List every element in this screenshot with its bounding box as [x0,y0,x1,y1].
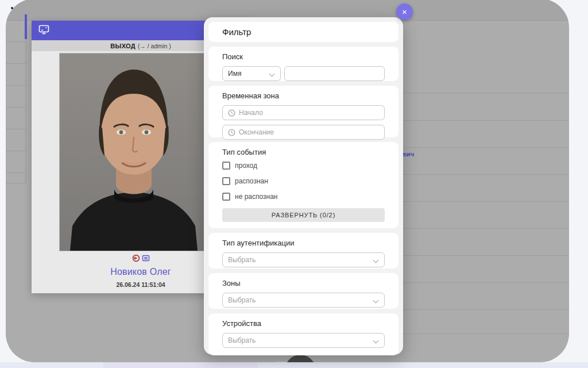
table-row-divider [6,107,26,108]
zones-select[interactable]: Выбрать [222,293,385,308]
person-photo [59,53,208,251]
search-label: Поиск [222,52,385,61]
table-row-divider [394,174,569,175]
table-row-divider [6,63,26,64]
chevron-down-icon [373,258,379,263]
timezone-section: Временная зона Начало [208,86,399,137]
table-person-link-clipped[interactable]: вич [402,151,414,158]
table-row-divider [394,255,569,256]
zones-placeholder: Выбрать [228,296,256,304]
zones-label: Зоны [222,279,385,288]
page: вич ВЫХОД (→ / admin ) [0,0,588,368]
close-button[interactable]: × [396,3,413,20]
table-avatar [285,355,316,362]
page-bottom-strip-accent [103,362,257,368]
table-row-divider [6,129,26,129]
filter-modal: Фильтр Поиск Имя Временная зона [204,17,403,355]
cursor-dot [11,7,13,9]
exit-event-icon[interactable] [132,254,140,262]
time-end-placeholder: Окончание [239,128,274,136]
table-row-divider [6,183,26,183]
checkbox-recognized-label: распознан [235,177,268,185]
devices-placeholder: Выбрать [228,336,256,344]
table-row-divider [394,228,569,229]
checkbox-not-recognized-label: не распознан [235,193,277,201]
checkbox-not-recognized[interactable] [222,193,230,201]
table-row-divider [6,85,26,86]
devices-select[interactable]: Выбрать [222,333,385,348]
event-type-label: Тип события [222,148,385,156]
devices-section: Устройства Выбрать [208,313,399,355]
clock-icon [228,109,235,117]
event-type-section: Тип события проход распознан не распозна… [208,142,399,228]
filter-title: Фильтр [222,27,385,37]
close-icon: × [402,7,407,17]
table-row-divider [6,41,26,42]
search-section: Поиск Имя [208,47,399,81]
table-row-divider [394,93,569,93]
table-row-divider [394,120,569,121]
table-row-divider [394,201,569,202]
zones-section: Зоны Выбрать [208,273,399,309]
display-icon [38,25,49,37]
chevron-down-icon [373,298,379,304]
table-row-divider [6,151,26,151]
selected-row-indicator [25,14,27,39]
checkbox-pass-label: проход [235,162,257,170]
devices-label: Устройства [222,319,385,328]
expand-button[interactable]: РАЗВЕРНУТЬ (0/2) [222,208,385,222]
table-row-divider [6,172,26,173]
table-row-divider [394,282,569,283]
search-field-value: Имя [228,70,241,78]
checkbox-recognized[interactable] [222,177,230,185]
auth-type-label: Тип аутентификации [222,239,385,247]
search-field-select[interactable]: Имя [222,66,281,81]
auth-type-select[interactable]: Выбрать [222,252,385,267]
time-start-placeholder: Начало [239,109,263,117]
table-column-divider [26,21,26,183]
time-end-input[interactable]: Окончание [222,125,385,140]
timezone-label: Временная зона [222,91,385,100]
event-direction-label: ВЫХОД [110,43,136,49]
chevron-down-icon [269,71,275,77]
clock-icon [228,129,235,136]
table-row-divider [394,309,569,310]
filter-title-card: Фильтр [208,22,399,42]
auth-type-placeholder: Выбрать [228,256,256,264]
page-bottom-strip [0,362,588,368]
checkbox-pass[interactable] [222,162,230,170]
chevron-down-icon [373,338,379,344]
table-row-divider [394,334,569,334]
time-start-input[interactable]: Начало [222,105,385,120]
event-card-icon[interactable] [142,254,150,262]
auth-type-section: Тип аутентификации Выбрать [208,233,399,269]
search-query-input[interactable] [284,66,385,81]
table-row-divider [394,147,569,148]
event-direction-detail: (→ / admin ) [138,43,171,49]
